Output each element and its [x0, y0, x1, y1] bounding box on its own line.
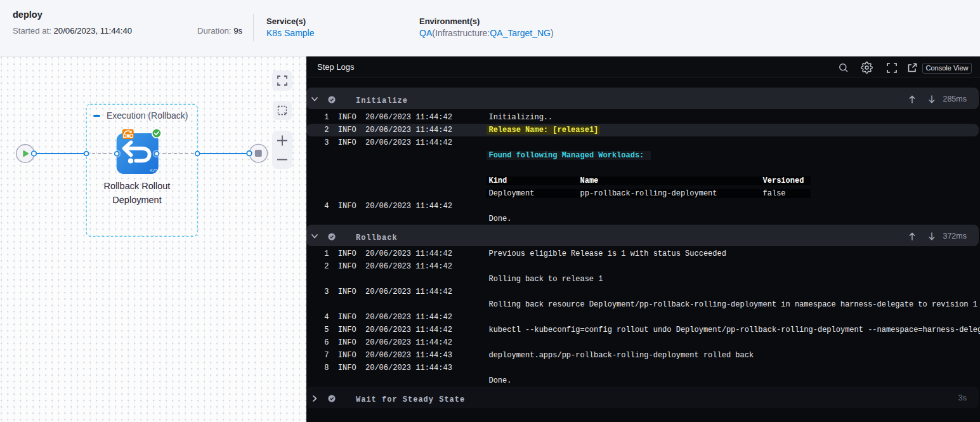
- svg-text:</>: </>: [150, 168, 158, 173]
